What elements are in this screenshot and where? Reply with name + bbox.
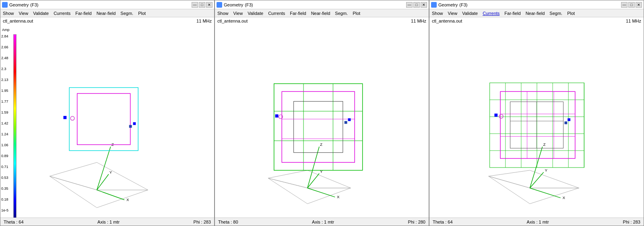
scale-ticks-1: 2.84 2.66 2.48 2.3 2.13 1.95 1.77 1.59 1… — [1, 34, 8, 218]
close-btn-2[interactable]: ✕ — [421, 2, 427, 8]
window-2: Geometry (F3) — □ ✕ Show View Validate C… — [215, 0, 429, 226]
status-theta-1: Theta : 64 — [4, 220, 24, 224]
svg-text:X: X — [126, 197, 129, 202]
menu-bar-2: Show View Validate Currents Far-field Ne… — [215, 9, 429, 17]
svg-rect-62 — [494, 114, 497, 117]
menu-show-1[interactable]: Show — [2, 11, 15, 16]
title-bar-3: Geometry (F3) — □ ✕ — [429, 0, 644, 9]
minimize-btn-3[interactable]: — — [621, 2, 627, 8]
canvas-3: X Y Z — [429, 25, 644, 218]
svg-line-4 — [97, 174, 109, 190]
window-shortcut-2: (F3) — [245, 2, 253, 7]
menu-farfield-2[interactable]: Far-field — [289, 11, 307, 16]
menu-segm-1[interactable]: Segm. — [120, 11, 134, 16]
menu-currents-2[interactable]: Currents — [267, 11, 286, 16]
menu-validate-3[interactable]: Validate — [461, 11, 479, 16]
status-axis-2: Axis : 1 mtr — [312, 220, 334, 224]
svg-line-39 — [530, 172, 543, 188]
file-name-3: ctl_antenna.out — [432, 19, 462, 23]
svg-text:X: X — [337, 195, 340, 199]
svg-text:Z: Z — [320, 142, 322, 147]
svg-marker-0 — [50, 176, 148, 207]
svg-rect-64 — [564, 121, 567, 124]
close-btn-1[interactable]: ✕ — [206, 2, 213, 8]
scene-svg-3: X Y Z — [429, 25, 644, 218]
minimize-btn-1[interactable]: — — [192, 2, 198, 8]
svg-text:Y: Y — [545, 168, 548, 172]
info-bar-3: ctl_antenna.out 11 MHz — [429, 17, 644, 25]
svg-line-16 — [308, 188, 335, 197]
svg-line-2 — [97, 190, 124, 200]
menu-plot-3[interactable]: Plot — [566, 11, 576, 16]
info-bar-1: ctl_antenna.out 11 MHz — [0, 17, 214, 25]
window-title-3: Geometry — [438, 2, 458, 7]
menu-view-3[interactable]: View — [447, 11, 458, 16]
status-phi-1: Phi : 283 — [194, 220, 211, 224]
svg-text:Y: Y — [320, 169, 323, 174]
app-icon-1 — [2, 2, 8, 8]
color-bar-1 — [13, 34, 17, 218]
menu-currents-1[interactable]: Currents — [53, 11, 71, 16]
status-bar-1: Theta : 64 Axis : 1 mtr Phi : 283 — [0, 218, 214, 226]
scene-svg-1: X Y Z — [0, 25, 214, 218]
menu-farfield-3[interactable]: Far-field — [504, 11, 521, 16]
menu-segm-3[interactable]: Segm. — [549, 11, 563, 16]
file-name-1: ctl_antenna.out — [3, 19, 33, 23]
svg-text:Y: Y — [109, 170, 112, 174]
svg-line-20 — [308, 147, 319, 188]
svg-point-65 — [499, 114, 503, 118]
svg-rect-22 — [274, 84, 363, 170]
status-bar-3: Theta : 64 Axis : 1 mtr Phi : 283 — [429, 218, 644, 226]
freq-1: 11 MHz — [196, 19, 212, 23]
menu-bar-3: Show View Validate Currents Far-field Ne… — [429, 9, 644, 17]
window-title-1: Geometry — [9, 2, 29, 7]
menu-bar-1: Show View Validate Currents Far-field Ne… — [0, 9, 214, 17]
freq-2: 11 MHz — [411, 19, 426, 23]
svg-line-37 — [530, 188, 560, 198]
scale-amp-label: Amp — [2, 28, 10, 32]
window-shortcut-1: (F3) — [30, 2, 38, 7]
menu-plot-1[interactable]: Plot — [137, 11, 147, 16]
menu-plot-2[interactable]: Plot — [352, 11, 361, 16]
menu-validate-2[interactable]: Validate — [247, 11, 264, 16]
menu-segm-2[interactable]: Segm. — [334, 11, 349, 16]
svg-point-13 — [70, 116, 74, 120]
info-bar-2: ctl_antenna.out 11 MHz — [215, 17, 429, 25]
svg-marker-35 — [489, 176, 579, 203]
maximize-btn-3[interactable]: □ — [628, 2, 635, 8]
canvas-2: X Y Z — [215, 25, 429, 218]
menu-show-3[interactable]: Show — [431, 11, 444, 16]
app-icon-3 — [431, 2, 437, 8]
minimize-btn-2[interactable]: — — [406, 2, 413, 8]
menu-currents-3[interactable]: Currents — [482, 11, 500, 16]
menu-show-2[interactable]: Show — [217, 11, 229, 16]
status-axis-1: Axis : 1 mtr — [97, 220, 120, 224]
menu-validate-1[interactable]: Validate — [32, 11, 50, 16]
svg-rect-8 — [69, 87, 138, 150]
menu-nearfield-3[interactable]: Near-field — [525, 11, 546, 16]
app-icon-2 — [217, 2, 222, 8]
svg-rect-12 — [129, 125, 132, 128]
maximize-btn-2[interactable]: □ — [413, 2, 420, 8]
menu-view-2[interactable]: View — [233, 11, 244, 16]
svg-rect-27 — [282, 91, 355, 162]
status-phi-3: Phi : 283 — [623, 220, 640, 224]
menu-nearfield-1[interactable]: Near-field — [96, 11, 117, 16]
svg-rect-63 — [568, 118, 570, 121]
maximize-btn-1[interactable]: □ — [199, 2, 205, 8]
menu-view-1[interactable]: View — [18, 11, 29, 16]
status-theta-2: Theta : 80 — [218, 220, 238, 224]
svg-text:Z: Z — [543, 142, 546, 147]
status-bar-2: Theta : 80 Axis : 1 mtr Phi : 280 — [215, 218, 429, 226]
window-title-2: Geometry — [224, 2, 243, 7]
svg-rect-9 — [77, 93, 130, 145]
menu-farfield-1[interactable]: Far-field — [74, 11, 92, 16]
scene-svg-2: X Y Z — [215, 25, 429, 218]
title-bar-2: Geometry (F3) — □ ✕ — [215, 0, 429, 9]
svg-rect-28 — [294, 102, 343, 153]
close-btn-3[interactable]: ✕ — [636, 2, 642, 8]
menu-nearfield-2[interactable]: Near-field — [310, 11, 331, 16]
status-theta-3: Theta : 64 — [433, 220, 453, 224]
window-shortcut-3: (F3) — [459, 2, 467, 7]
freq-3: 11 MHz — [626, 19, 641, 23]
